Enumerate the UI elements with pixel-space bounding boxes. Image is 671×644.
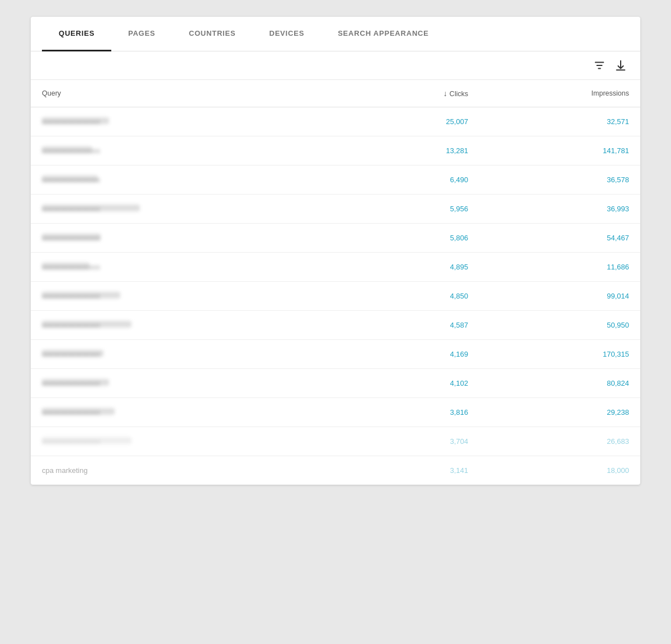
impressions-cell: 29,238 xyxy=(479,398,640,427)
clicks-cell: 3,141 xyxy=(353,456,479,485)
tab-devices[interactable]: DEVICES xyxy=(252,17,321,51)
tab-pages[interactable]: PAGES xyxy=(111,17,172,51)
table-row[interactable]: xxxxxxxxxxxxxxxx5,80654,467 xyxy=(31,224,640,253)
clicks-cell: 13,281 xyxy=(353,136,479,165)
table-row[interactable]: cpa marketing3,14118,000 xyxy=(31,456,640,485)
query-cell: xxxxxxxxxxxxxxxx xyxy=(31,282,353,311)
query-cell: xxxxxxxxxxxxxxxx xyxy=(31,224,353,253)
filter-icon[interactable] xyxy=(593,59,606,72)
impressions-cell: 36,993 xyxy=(479,195,640,224)
data-table: Query ↓Clicks Impressions xxxxxxxxxxxxxx… xyxy=(31,80,640,485)
query-cell: xxxxxxxxxxxxxxxx xyxy=(31,107,353,136)
table-row[interactable]: xxxxxxxxxxxxxxxx3,81629,238 xyxy=(31,398,640,427)
impressions-cell: 18,000 xyxy=(479,456,640,485)
impressions-cell: 170,315 xyxy=(479,340,640,369)
table-row[interactable]: xxxxxxxxxxxxxxxx4,85099,014 xyxy=(31,282,640,311)
query-cell: xxxxxxxxxxxxxxxx xyxy=(31,136,353,165)
query-cell: xxxxxxxxxxxxxxxx xyxy=(31,398,353,427)
table-row[interactable]: xxxxxxxxxxxxxxxx3,70426,683 xyxy=(31,427,640,456)
table-row[interactable]: xxxxxxxxxxxxxxxx5,95636,993 xyxy=(31,195,640,224)
clicks-cell: 5,956 xyxy=(353,195,479,224)
table-row[interactable]: xxxxxxxxxxxxxxxx4,89511,686 xyxy=(31,253,640,282)
query-cell: xxxxxxxxxxxxxxxx xyxy=(31,253,353,282)
query-cell: xxxxxxxxxxxxxxxx xyxy=(31,311,353,340)
clicks-cell: 4,102 xyxy=(353,369,479,398)
impressions-cell: 11,686 xyxy=(479,253,640,282)
tab-queries[interactable]: QUERIES xyxy=(42,17,111,51)
clicks-cell: 25,007 xyxy=(353,107,479,136)
column-header-impressions: Impressions xyxy=(479,80,640,107)
query-cell: xxxxxxxxxxxxxxxx xyxy=(31,195,353,224)
impressions-cell: 54,467 xyxy=(479,224,640,253)
table-row[interactable]: xxxxxxxxxxxxxxxx25,00732,571 xyxy=(31,107,640,136)
impressions-cell: 80,824 xyxy=(479,369,640,398)
impressions-cell: 50,950 xyxy=(479,311,640,340)
impressions-cell: 32,571 xyxy=(479,107,640,136)
download-icon[interactable] xyxy=(615,59,627,72)
query-cell: xxxxxxxxxxxxxxxx xyxy=(31,369,353,398)
table-row[interactable]: xxxxxxxxxxxxxxxx4,169170,315 xyxy=(31,340,640,369)
impressions-cell: 36,578 xyxy=(479,165,640,195)
tab-search-appearance[interactable]: SEARCH APPEARANCE xyxy=(321,17,446,51)
table-row[interactable]: xxxxxxxxxxxxxxxx4,10280,824 xyxy=(31,369,640,398)
clicks-cell: 6,490 xyxy=(353,165,479,195)
main-card: QUERIES PAGES COUNTRIES DEVICES SEARCH A… xyxy=(31,17,640,485)
column-header-clicks[interactable]: ↓Clicks xyxy=(353,80,479,107)
query-cell: xxxxxxxxxxxxxxxx xyxy=(31,165,353,195)
query-cell: cpa marketing xyxy=(31,456,353,485)
table-row[interactable]: xxxxxxxxxxxxxxxx6,49036,578 xyxy=(31,165,640,195)
tab-countries[interactable]: COUNTRIES xyxy=(172,17,253,51)
clicks-cell: 4,895 xyxy=(353,253,479,282)
table-row[interactable]: xxxxxxxxxxxxxxxx4,58750,950 xyxy=(31,311,640,340)
tab-bar: QUERIES PAGES COUNTRIES DEVICES SEARCH A… xyxy=(31,17,640,51)
query-cell: xxxxxxxxxxxxxxxx xyxy=(31,427,353,456)
clicks-cell: 4,587 xyxy=(353,311,479,340)
column-header-query: Query xyxy=(31,80,353,107)
impressions-cell: 26,683 xyxy=(479,427,640,456)
toolbar xyxy=(31,51,640,80)
sort-arrow-icon: ↓ xyxy=(443,89,447,98)
table-row[interactable]: xxxxxxxxxxxxxxxx13,281141,781 xyxy=(31,136,640,165)
impressions-cell: 141,781 xyxy=(479,136,640,165)
clicks-cell: 3,704 xyxy=(353,427,479,456)
impressions-cell: 99,014 xyxy=(479,282,640,311)
clicks-cell: 4,169 xyxy=(353,340,479,369)
query-cell: xxxxxxxxxxxxxxxx xyxy=(31,340,353,369)
clicks-cell: 5,806 xyxy=(353,224,479,253)
clicks-cell: 4,850 xyxy=(353,282,479,311)
clicks-cell: 3,816 xyxy=(353,398,479,427)
